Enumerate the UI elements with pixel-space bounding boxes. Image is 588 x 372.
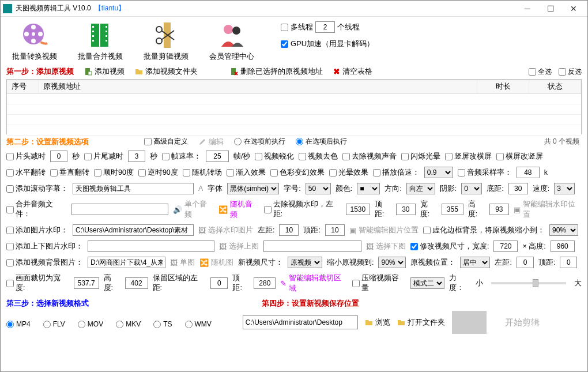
- compress-mode-select[interactable]: 模式二: [410, 277, 444, 289]
- fps-checkbox[interactable]: 帧速率：: [162, 152, 201, 161]
- fade-in-checkbox[interactable]: 渐入效果: [227, 168, 266, 178]
- cw90-checkbox[interactable]: 顺时90度: [94, 168, 134, 178]
- scroll-sub-checkbox[interactable]: 添加滚动字幕：: [6, 184, 68, 194]
- keep-top-input[interactable]: [254, 277, 276, 289]
- font-select[interactable]: 黑体(simhei): [227, 183, 279, 194]
- open-folder-button[interactable]: 打开文件夹: [397, 317, 445, 328]
- tb-wm-checkbox[interactable]: 添加上下图片水印：: [6, 242, 83, 251]
- tb-wm-path2-input[interactable]: [263, 241, 361, 252]
- speed-checkbox[interactable]: 播放倍速：: [373, 168, 420, 178]
- compress-checkbox[interactable]: 压缩视频容量: [352, 273, 405, 293]
- invert-select-checkbox[interactable]: 反选: [559, 67, 582, 77]
- asr-input[interactable]: [517, 167, 540, 178]
- sharpen-checkbox[interactable]: 视频锐化: [255, 152, 294, 161]
- scroll-text-input[interactable]: [73, 183, 194, 194]
- thread-count-input[interactable]: [315, 21, 335, 33]
- minimize-button[interactable]: ─: [516, 1, 539, 16]
- halo-checkbox[interactable]: 光晕效果: [329, 168, 368, 178]
- font-size-select[interactable]: 50: [306, 183, 331, 194]
- crop-h-input[interactable]: [125, 277, 148, 289]
- flash-checkbox[interactable]: 闪烁光晕: [401, 152, 440, 161]
- fmt-mov-radio[interactable]: MOV: [78, 320, 103, 328]
- delete-selected-button[interactable]: 删除已选择的原视频地址: [230, 66, 323, 77]
- fmt-mkv-radio[interactable]: MKV: [116, 320, 141, 328]
- browse-button[interactable]: 浏览: [365, 317, 390, 328]
- single-img-button[interactable]: 🖼单图: [170, 257, 195, 268]
- head-cut-input[interactable]: [50, 151, 67, 162]
- wm-height-input[interactable]: [489, 204, 509, 215]
- fmt-wmv-radio[interactable]: WMV: [185, 320, 212, 328]
- color-select[interactable]: ■: [357, 183, 380, 194]
- exec-after-radio[interactable]: 在选项后执行: [296, 137, 347, 146]
- multithread-checkbox[interactable]: [281, 24, 288, 31]
- shrink-select[interactable]: 90%: [378, 257, 406, 268]
- pick-wm-img-button[interactable]: 🖼选择水印图片: [198, 225, 253, 235]
- tb-wm-path-input[interactable]: [88, 241, 214, 252]
- random-audio-button[interactable]: 🔀随机音频: [218, 199, 259, 220]
- fps-input[interactable]: [206, 151, 229, 162]
- smart-wm-button[interactable]: ▣智能编辑水印位置: [514, 199, 582, 220]
- shadow-select[interactable]: 0: [461, 183, 482, 194]
- add-video-button[interactable]: 添加视频: [84, 66, 125, 77]
- wm-top-input[interactable]: [396, 204, 416, 215]
- clear-table-button[interactable]: ✖ 清空表格: [333, 66, 372, 77]
- exec-before-radio[interactable]: 在选项前执行: [234, 137, 285, 146]
- bg-left-input[interactable]: [517, 257, 534, 268]
- img-wm-path-input[interactable]: [73, 224, 194, 236]
- ccw90-checkbox[interactable]: 逆时90度: [138, 168, 178, 178]
- v2h-checkbox[interactable]: 竖屏改横屏: [445, 152, 492, 161]
- speed-select[interactable]: 0.9: [424, 167, 453, 178]
- edit-link[interactable]: 编辑: [198, 137, 224, 147]
- dir-select[interactable]: 向左: [406, 183, 435, 194]
- random-img-button[interactable]: 🔀随机图: [199, 257, 233, 268]
- table-body[interactable]: [7, 94, 581, 136]
- smart-img-pos-button[interactable]: ▣智能编辑图片位置: [349, 225, 419, 235]
- crop-checkbox[interactable]: 画面裁切为宽度:: [6, 273, 69, 293]
- fmt-ts-radio[interactable]: TS: [153, 320, 172, 328]
- resize-checkbox[interactable]: 修改视频尺寸，宽度:: [410, 242, 489, 251]
- start-button[interactable]: [452, 311, 487, 334]
- asr-checkbox[interactable]: 音频采样率：: [458, 168, 512, 178]
- bg-top-input[interactable]: [560, 257, 577, 268]
- bg-img-checkbox[interactable]: 添加视频背景图片：: [6, 258, 83, 268]
- bg-img-path-input[interactable]: [88, 257, 165, 268]
- tail-cut-checkbox[interactable]: 片尾减时: [84, 152, 123, 161]
- rm-watermark-checkbox[interactable]: 去除视频水印，左距:: [264, 200, 341, 219]
- hflip-checkbox[interactable]: 水平翻转: [6, 168, 46, 178]
- adv-custom-checkbox[interactable]: 高级自定义: [144, 137, 188, 146]
- bottom-dist-input[interactable]: [508, 183, 528, 194]
- rand-trans-checkbox[interactable]: 随机转场: [183, 168, 222, 178]
- decolor-checkbox[interactable]: 视频去色: [299, 152, 338, 161]
- force-slider[interactable]: [491, 282, 566, 284]
- pick-bot-img-button[interactable]: 🖼选择下图: [366, 241, 406, 251]
- head-cut-checkbox[interactable]: 片头减时: [6, 152, 46, 161]
- pos-select[interactable]: 居中: [460, 257, 490, 268]
- blur-shrink-select[interactable]: 90%: [549, 224, 578, 236]
- member-center-button[interactable]: 会员管理中心: [209, 21, 254, 62]
- blur-border-checkbox[interactable]: 虚化边框背景，将原视频缩小到：: [423, 226, 545, 235]
- pick-top-img-button[interactable]: 🖼选择上图: [219, 241, 259, 251]
- fmt-flv-radio[interactable]: FLV: [43, 320, 65, 328]
- img-wm-left-input[interactable]: [279, 224, 299, 236]
- gpu-checkbox[interactable]: [281, 40, 288, 48]
- wm-left-input[interactable]: [346, 204, 370, 215]
- single-audio-button[interactable]: 🔊单个音频: [173, 199, 214, 220]
- close-button[interactable]: ✕: [562, 1, 585, 16]
- img-wm-top-input[interactable]: [325, 224, 345, 236]
- crop-w-input[interactable]: [74, 277, 99, 289]
- select-all-checkbox[interactable]: 全选: [529, 67, 552, 77]
- img-wm-checkbox[interactable]: 添加图片水印：: [6, 226, 68, 235]
- color-shift-checkbox[interactable]: 色彩变幻效果: [270, 168, 325, 178]
- edit-video-button[interactable]: 批量剪辑视频: [144, 21, 189, 62]
- keep-left-input[interactable]: [210, 277, 228, 289]
- merge-audio-checkbox[interactable]: 合并音频文件：: [6, 200, 67, 219]
- audio-path-input[interactable]: [71, 204, 168, 215]
- fmt-mp4-radio[interactable]: MP4: [6, 320, 31, 328]
- new-size-select[interactable]: 原视频: [288, 257, 322, 268]
- convert-video-button[interactable]: 批量转换视频: [12, 21, 57, 62]
- resize-h-input[interactable]: [551, 241, 575, 252]
- add-folder-button[interactable]: 添加视频文件夹: [135, 66, 198, 77]
- merge-video-button[interactable]: 批量合并视频: [78, 21, 123, 62]
- tail-cut-input[interactable]: [128, 151, 145, 162]
- h2v-checkbox[interactable]: 横屏改竖屏: [496, 152, 543, 161]
